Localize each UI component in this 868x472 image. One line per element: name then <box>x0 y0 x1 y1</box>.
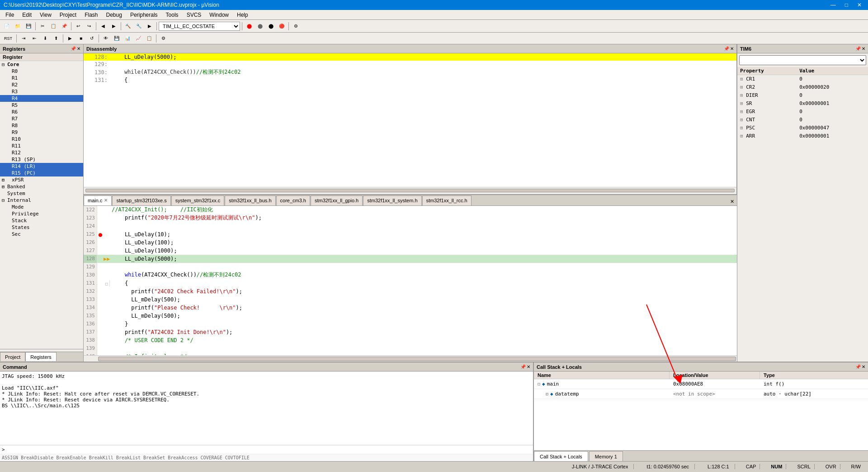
tab-project[interactable]: Project <box>0 352 25 361</box>
menu-view[interactable]: View <box>36 11 55 19</box>
reg-pin-icon[interactable]: 📌 <box>71 46 76 51</box>
toolbar-copy[interactable]: 📋 <box>48 21 58 31</box>
tree-r0[interactable]: R0 <box>0 68 83 75</box>
menu-debug[interactable]: Debug <box>103 11 126 19</box>
cs-row-datatemp[interactable]: ⊞ ◆ datatemp <not in scope> auto · uchar… <box>534 389 868 399</box>
cs-pin-icon[interactable]: 📌 <box>855 364 861 369</box>
toolbar-perf[interactable]: 📈 <box>133 33 143 43</box>
tree-r6[interactable]: R6 <box>0 109 83 115</box>
tree-r13[interactable]: R13 (SP) <box>0 156 83 163</box>
prop-dier[interactable]: ⊞ DIER 0 <box>737 91 868 100</box>
cmd-close-icon[interactable]: ✕ <box>527 364 530 369</box>
tree-r3[interactable]: R3 <box>0 88 83 95</box>
prop-cnt[interactable]: ⊞ CNT 0 <box>737 116 868 124</box>
toolbar-new[interactable]: 📄 <box>2 21 12 31</box>
tab-rcc[interactable]: stm32f1xx_ll_rcc.h <box>422 195 472 205</box>
toolbar-trace[interactable]: 📋 <box>144 33 154 43</box>
menu-file[interactable]: File <box>2 11 18 19</box>
tree-r4[interactable]: R4 <box>0 95 83 102</box>
tab-close-all[interactable]: ✕ <box>727 198 737 205</box>
toolbar-debug-btn[interactable]: ⬤ <box>244 21 254 31</box>
prop-cr1[interactable]: ⊞ CR1 0 <box>737 75 868 83</box>
tree-mode[interactable]: Mode <box>0 204 83 210</box>
toolbar-undo[interactable]: ↩ <box>73 21 83 31</box>
menu-flash[interactable]: Flash <box>81 11 101 19</box>
cmd-pin-icon[interactable]: 📌 <box>520 364 526 369</box>
toolbar-build2[interactable]: 🔧 <box>134 21 144 31</box>
tree-system[interactable]: System <box>0 190 83 197</box>
tab-bus[interactable]: stm32f1xx_ll_bus.h <box>225 195 275 205</box>
code-editor-hscroll[interactable] <box>84 355 737 362</box>
tree-stack[interactable]: Stack <box>0 217 83 224</box>
tree-r2[interactable]: R2 <box>0 81 83 88</box>
disasm-close-icon[interactable]: ✕ <box>730 46 734 51</box>
tree-privilege[interactable]: Privilege <box>0 210 83 217</box>
tree-r15[interactable]: R15 (PC) <box>0 170 83 176</box>
toolbar-redo[interactable]: ↪ <box>84 21 94 31</box>
tab-registers[interactable]: Registers <box>25 352 56 361</box>
toolbar-save[interactable]: 💾 <box>24 21 33 31</box>
toolbar-reg[interactable]: 📊 <box>123 33 132 43</box>
close-button[interactable]: ✕ <box>854 2 864 8</box>
cs-row-main[interactable]: ⊟ ◆ main 0x08000AE8 int f() <box>534 379 868 389</box>
menu-window[interactable]: Window <box>206 11 232 19</box>
tree-r5[interactable]: R5 <box>0 102 83 109</box>
tab-core[interactable]: core_cm3.h <box>276 195 310 205</box>
toolbar-step[interactable]: ⇥ <box>19 33 28 43</box>
tim6-dropdown[interactable] <box>737 53 868 67</box>
toolbar-build3[interactable]: ▶ <box>145 21 155 31</box>
code-editor[interactable]: 122 //AT24CXX_Init(); //IIC初始化 123 print… <box>84 206 737 356</box>
toolbar-step3[interactable]: ⬇ <box>40 33 50 43</box>
toolbar-build[interactable]: 🔨 <box>123 21 133 31</box>
toolbar-fwd[interactable]: ▶ <box>109 21 119 31</box>
menu-project[interactable]: Project <box>56 11 80 19</box>
toolbar-stop[interactable]: ■ <box>76 33 86 43</box>
tree-r8[interactable]: R8 <box>0 122 83 129</box>
menu-svcs[interactable]: SVCS <box>183 11 205 19</box>
target-combo[interactable]: TIM_LL_EC_OCSTATE <box>159 22 240 31</box>
tree-xpsr[interactable]: ⊞xPSR <box>0 176 83 183</box>
tree-internal[interactable]: ⊟Internal <box>0 197 83 204</box>
menu-peripherals[interactable]: Peripherals <box>127 11 161 19</box>
tab-startup[interactable]: startup_stm32f103xe.s <box>112 195 170 205</box>
command-input[interactable] <box>7 446 533 453</box>
toolbar-mem[interactable]: 💾 <box>112 33 122 43</box>
cs-close-icon[interactable]: ✕ <box>862 364 865 369</box>
toolbar-open[interactable]: 📁 <box>13 21 23 31</box>
toolbar-watch[interactable]: 👁 <box>101 33 111 43</box>
toolbar-paste[interactable]: 📌 <box>59 21 69 31</box>
menu-help[interactable]: Help <box>233 11 252 19</box>
disasm-pin-icon[interactable]: 📌 <box>724 46 729 51</box>
tim6-pin-icon[interactable]: 📌 <box>855 46 861 51</box>
reg-close-icon[interactable]: ✕ <box>77 46 80 51</box>
toolbar-step4[interactable]: ⬆ <box>51 33 61 43</box>
tab-memory1[interactable]: Memory 1 <box>589 451 623 461</box>
toolbar-settings[interactable]: ⚙ <box>291 21 301 31</box>
prop-sr[interactable]: ⊞ SR 0x00000001 <box>737 100 868 108</box>
toolbar-reset2[interactable]: ↺ <box>87 33 97 43</box>
prop-cr2[interactable]: ⊞ CR2 0x00000020 <box>737 83 868 91</box>
minimize-button[interactable]: — <box>828 2 839 8</box>
toolbar-cut[interactable]: ✂ <box>38 21 47 31</box>
tim6-select[interactable] <box>739 55 866 65</box>
toolbar-back[interactable]: ◀ <box>98 21 108 31</box>
tree-r7[interactable]: R7 <box>0 115 83 122</box>
tab-close-main-c[interactable]: ✕ <box>104 198 108 203</box>
maximize-button[interactable]: □ <box>842 2 851 8</box>
tab-system[interactable]: system_stm32f1xx.c <box>171 195 225 205</box>
toolbar-more[interactable]: ⚙ <box>158 33 168 43</box>
tab-system-h[interactable]: stm32f1xx_ll_system.h <box>363 195 421 205</box>
tab-main-c[interactable]: main.c ✕ <box>84 195 112 205</box>
prop-psc[interactable]: ⊞ PSC 0x00000047 <box>737 124 868 132</box>
toolbar-debug3[interactable]: ⬤ <box>266 21 276 31</box>
tree-banked[interactable]: ⊞Banked <box>0 183 83 190</box>
tree-r9[interactable]: R9 <box>0 129 83 136</box>
tab-gpio[interactable]: stm32f1xx_ll_gpio.h <box>311 195 363 205</box>
tab-callstack-locals[interactable]: Call Stack + Locals <box>534 451 588 461</box>
toolbar-run[interactable]: ▶ <box>65 33 75 43</box>
tim6-close-icon[interactable]: ✕ <box>862 46 865 51</box>
cs-expand-datatemp[interactable]: ⊞ <box>546 391 548 396</box>
prop-egr[interactable]: ⊞ EGR 0 <box>737 108 868 116</box>
tree-r14[interactable]: R14 (LR) <box>0 163 83 170</box>
menu-tools[interactable]: Tools <box>162 11 182 19</box>
